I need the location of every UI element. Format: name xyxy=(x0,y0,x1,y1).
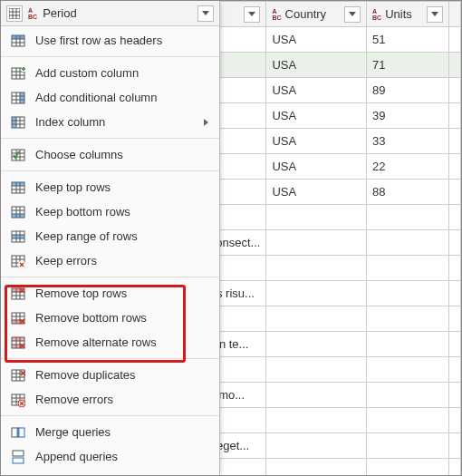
keep-bottom-rows[interactable]: Keep bottom rows xyxy=(1,199,219,224)
cell-units[interactable] xyxy=(367,205,449,230)
cell-country[interactable]: USA xyxy=(266,27,367,53)
svg-rect-47 xyxy=(12,214,24,218)
add-conditional-column[interactable]: Add conditional column xyxy=(1,85,219,110)
cell-units[interactable] xyxy=(367,306,449,332)
cell-empty[interactable] xyxy=(449,459,461,477)
grid-header-country[interactable]: ABC Country xyxy=(266,2,367,27)
cell-units[interactable] xyxy=(367,332,449,357)
cell-country[interactable] xyxy=(266,383,367,408)
chevron-right-icon xyxy=(201,119,210,126)
cell-country[interactable] xyxy=(266,205,367,230)
cell-units[interactable] xyxy=(367,433,449,459)
remove-top-rows[interactable]: Remove top rows xyxy=(1,281,219,306)
cell-units[interactable]: 88 xyxy=(367,180,449,205)
merge-queries[interactable]: Merge queries xyxy=(1,420,219,444)
column-filter-button[interactable] xyxy=(427,6,443,23)
menu-item-label: Index column xyxy=(35,115,192,129)
remove-errors[interactable]: Remove errors xyxy=(1,387,219,412)
menu-separator xyxy=(1,415,219,416)
cell-empty[interactable] xyxy=(449,357,461,383)
table-menu-icon[interactable] xyxy=(6,5,23,22)
cell-country[interactable] xyxy=(266,256,367,281)
remove-bottom-icon xyxy=(10,310,26,326)
keep-top-rows[interactable]: Keep top rows xyxy=(1,175,219,199)
menu-item-label: Keep range of rows xyxy=(35,229,210,243)
cell-empty[interactable] xyxy=(449,205,461,230)
append-icon xyxy=(10,449,26,465)
menu-items: Use first row as headersAdd custom colum… xyxy=(1,26,219,475)
cell-empty[interactable] xyxy=(449,53,461,78)
keep-bottom-icon xyxy=(10,204,26,220)
cell-empty[interactable] xyxy=(449,230,461,256)
text-type-icon: ABC xyxy=(372,8,381,21)
cell-units[interactable] xyxy=(367,383,449,408)
use-first-row-headers[interactable]: Use first row as headers xyxy=(1,28,219,53)
grid-header-units[interactable]: ABC Units xyxy=(367,2,449,27)
menu-item-label: Keep bottom rows xyxy=(35,205,210,219)
cell-units[interactable]: 39 xyxy=(367,103,449,129)
cell-units[interactable]: 51 xyxy=(367,27,449,53)
cell-country[interactable] xyxy=(266,281,367,306)
cell-empty[interactable] xyxy=(449,256,461,281)
keep-errors[interactable]: Keep errors xyxy=(1,248,219,273)
chevron-down-icon xyxy=(349,12,356,16)
remove-alternate-rows[interactable]: Remove alternate rows xyxy=(1,330,219,355)
cell-country[interactable] xyxy=(266,357,367,383)
keep-top-icon xyxy=(10,180,26,196)
cell-country[interactable]: USA xyxy=(266,180,367,205)
remove-errors-icon xyxy=(10,392,26,408)
cell-empty[interactable] xyxy=(449,129,461,154)
remove-top-icon xyxy=(10,286,26,302)
cell-empty[interactable] xyxy=(449,306,461,332)
column-filter-button[interactable] xyxy=(344,6,361,23)
cell-empty[interactable] xyxy=(449,332,461,357)
add-custom-column[interactable]: Add custom column xyxy=(1,61,219,85)
cell-empty[interactable] xyxy=(449,103,461,129)
append-queries[interactable]: Append queries xyxy=(1,444,219,469)
cell-empty[interactable] xyxy=(449,180,461,205)
cell-units[interactable] xyxy=(367,230,449,256)
cell-units[interactable]: 33 xyxy=(367,129,449,154)
cell-units[interactable] xyxy=(367,408,449,433)
cell-empty[interactable] xyxy=(449,383,461,408)
cell-empty[interactable] xyxy=(449,433,461,459)
column-filter-button[interactable] xyxy=(244,6,260,23)
cell-country[interactable]: USA xyxy=(266,154,367,180)
cell-empty[interactable] xyxy=(449,78,461,103)
cell-country[interactable] xyxy=(266,433,367,459)
cell-country[interactable]: USA xyxy=(266,129,367,154)
cell-country[interactable] xyxy=(266,459,367,477)
index-column[interactable]: Index column xyxy=(1,110,219,134)
remove-bottom-rows[interactable]: Remove bottom rows xyxy=(1,306,219,330)
cell-empty[interactable] xyxy=(449,27,461,53)
remove-duplicates[interactable]: Remove duplicates xyxy=(1,363,219,387)
table-context-menu: ABC Period Use first row as headersAdd c… xyxy=(1,1,220,475)
svg-rect-30 xyxy=(12,117,16,128)
cell-empty[interactable] xyxy=(449,281,461,306)
cell-units[interactable]: 89 xyxy=(367,78,449,103)
cell-empty[interactable] xyxy=(449,154,461,180)
cell-country[interactable]: USA xyxy=(266,53,367,78)
cell-empty[interactable] xyxy=(449,408,461,433)
cell-country[interactable] xyxy=(266,332,367,357)
choose-columns[interactable]: Choose columns xyxy=(1,142,219,167)
menu-item-label: Add custom column xyxy=(35,66,210,80)
cell-country[interactable]: USA xyxy=(266,78,367,103)
cell-country[interactable] xyxy=(266,230,367,256)
keep-range-rows[interactable]: Keep range of rows xyxy=(1,224,219,248)
headers-icon xyxy=(10,33,26,49)
cell-units[interactable]: 71 xyxy=(367,53,449,78)
menu-item-label: Remove bottom rows xyxy=(35,311,210,325)
cell-units[interactable] xyxy=(367,256,449,281)
cell-units[interactable] xyxy=(367,357,449,383)
cell-units[interactable] xyxy=(367,281,449,306)
cell-country[interactable] xyxy=(266,408,367,433)
cell-country[interactable] xyxy=(266,306,367,332)
text-type-icon: ABC xyxy=(28,7,37,20)
menu-item-label: Add conditional column xyxy=(35,91,210,104)
cell-units[interactable]: 22 xyxy=(367,154,449,180)
column-filter-button[interactable] xyxy=(197,5,214,22)
cell-units[interactable] xyxy=(367,459,449,477)
menu-header: ABC Period xyxy=(1,1,219,26)
cell-country[interactable]: USA xyxy=(266,103,367,129)
